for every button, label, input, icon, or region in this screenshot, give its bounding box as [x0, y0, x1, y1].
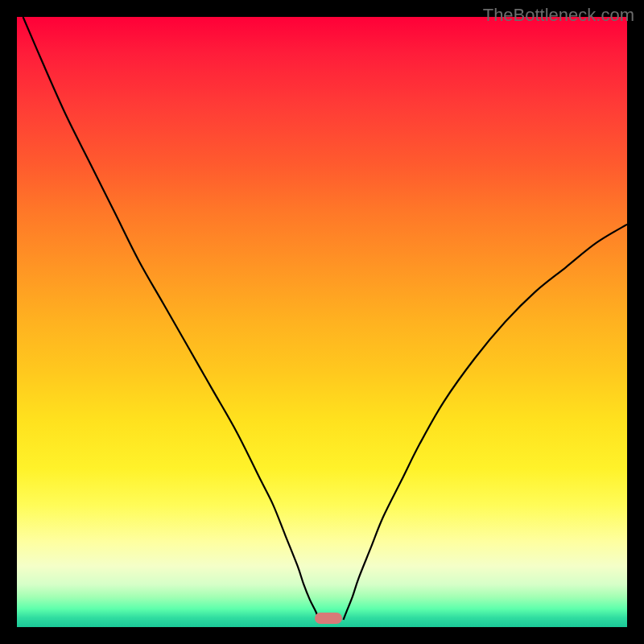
- curve-left-branch: [23, 17, 320, 620]
- curve-right-branch: [344, 225, 627, 620]
- optimal-marker: [315, 613, 342, 624]
- plot-area: [17, 17, 627, 627]
- chart-container: TheBottleneck.com: [0, 0, 644, 644]
- watermark-text: TheBottleneck.com: [483, 5, 634, 26]
- bottleneck-curve: [17, 17, 627, 627]
